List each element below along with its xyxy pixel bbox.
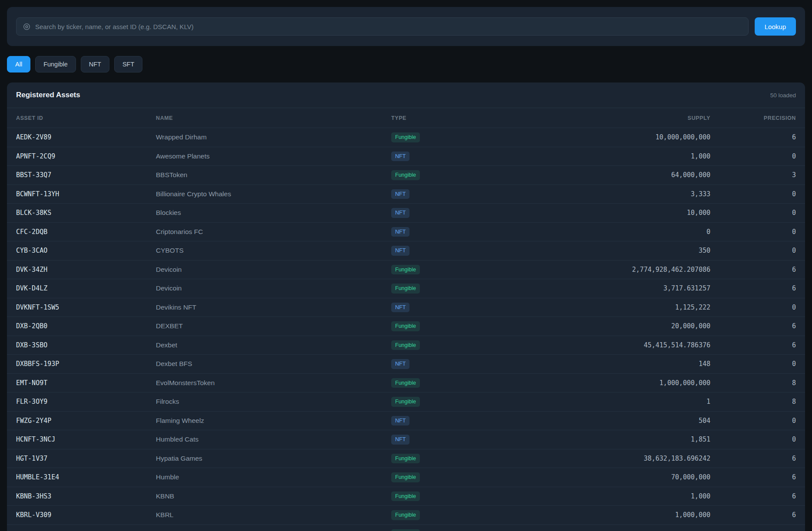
asset-precision-cell: 6 xyxy=(710,317,805,336)
table-row[interactable]: DVK-D4LZDevicoinFungible3,717.6312576 xyxy=(7,279,805,298)
table-row[interactable]: DXBBFS-193PDexbet BFSNFT1480 xyxy=(7,355,805,374)
table-row[interactable]: FLR-3OY9FilrocksFungible18 xyxy=(7,392,805,412)
asset-precision-cell: 6 xyxy=(710,336,805,355)
asset-type-cell: Fungible xyxy=(391,506,606,525)
asset-id-cell: KBRL-V309 xyxy=(7,506,156,525)
table-row[interactable]: HUMBLE-31E4HumbleFungible70,000,0006 xyxy=(7,468,805,487)
asset-precision-cell: 6 xyxy=(710,260,805,279)
asset-type-cell: Fungible xyxy=(391,279,606,298)
asset-id-cell: EMT-NO9T xyxy=(7,373,156,392)
asset-name-cell: Billionaire Crypto Whales xyxy=(156,185,391,204)
table-row[interactable]: HGT-1V37Hypatia GamesFungible38,632,183.… xyxy=(7,449,805,468)
type-badge: Fungible xyxy=(391,321,420,331)
asset-type-cell: Fungible xyxy=(391,524,606,531)
table-row[interactable]: KBRL-V309KBRLFungible1,000,0006 xyxy=(7,506,805,525)
table-row[interactable]: HCNFT-3NCJHumbled CatsNFT1,8510 xyxy=(7,430,805,449)
asset-type-cell: Fungible xyxy=(391,128,606,147)
table-row[interactable]: CYB-3CAOCYBOTSNFT3500 xyxy=(7,241,805,261)
filter-chip-nft[interactable]: NFT xyxy=(81,56,109,73)
asset-precision-cell: 0 xyxy=(710,147,805,166)
asset-supply-cell: 64,000,000 xyxy=(606,166,710,185)
asset-name-cell: Humbled Cats xyxy=(156,430,391,449)
panel-header: Registered Assets 50 loaded xyxy=(7,82,805,108)
type-badge: Fungible xyxy=(391,265,420,275)
table-row[interactable]: DXB-3SBODexbetFungible45,415,514.7863766 xyxy=(7,336,805,355)
asset-precision-cell: 8 xyxy=(710,373,805,392)
asset-id-cell: FWZG-2Y4P xyxy=(7,411,156,430)
type-badge: NFT xyxy=(391,227,409,237)
col-header-precision: PRECISION xyxy=(710,108,805,128)
table-row[interactable]: BCWNFT-13YHBillionaire Crypto WhalesNFT3… xyxy=(7,185,805,204)
asset-precision-cell: 0 xyxy=(710,298,805,317)
asset-name-cell: KBTC xyxy=(156,524,391,531)
asset-type-cell: NFT xyxy=(391,204,606,223)
asset-name-cell: CYBOTS xyxy=(156,241,391,261)
asset-id-cell: DVKNFT-1SW5 xyxy=(7,298,156,317)
asset-id-cell: BLCK-38KS xyxy=(7,204,156,223)
asset-type-cell: Fungible xyxy=(391,260,606,279)
asset-supply-cell: 20,000,000 xyxy=(606,317,710,336)
table-header-row: ASSET ID NAME TYPE SUPPLY PRECISION xyxy=(7,108,805,128)
asset-supply-cell: 350 xyxy=(606,241,710,261)
table-row[interactable]: CFC-2DQBCriptonarios FCNFT00 xyxy=(7,222,805,241)
asset-type-cell: Fungible xyxy=(391,373,606,392)
type-badge: NFT xyxy=(391,246,409,256)
table-row[interactable]: FWZG-2Y4PFlaming WheelzNFT5040 xyxy=(7,411,805,430)
asset-precision-cell: 6 xyxy=(710,506,805,525)
panel-title: Registered Assets xyxy=(16,91,80,99)
type-badge: NFT xyxy=(391,303,409,313)
asset-supply-cell: 1,000,000,000 xyxy=(606,373,710,392)
table-row[interactable]: EMT-NO9TEvolMonstersTokenFungible1,000,0… xyxy=(7,373,805,392)
asset-id-cell: HUMBLE-31E4 xyxy=(7,468,156,487)
type-badge: Fungible xyxy=(391,378,420,388)
loaded-count: 50 loaded xyxy=(770,92,796,99)
search-input[interactable] xyxy=(35,23,742,30)
table-row[interactable]: DXB-2QB0DEXBETFungible20,000,0006 xyxy=(7,317,805,336)
asset-name-cell: Criptonarios FC xyxy=(156,222,391,241)
asset-precision-cell: 6 xyxy=(710,487,805,506)
table-row[interactable]: DVK-34ZHDevicoinFungible2,774,928,462.20… xyxy=(7,260,805,279)
type-badge: Fungible xyxy=(391,397,420,407)
asset-id-cell: DXB-3SBO xyxy=(7,336,156,355)
filter-chip-all[interactable]: All xyxy=(7,56,30,73)
asset-precision-cell: 0 xyxy=(710,430,805,449)
table-row[interactable]: APNFT-2CQ9Awesome PlanetsNFT1,0000 xyxy=(7,147,805,166)
asset-name-cell: Humble xyxy=(156,468,391,487)
asset-id-cell: DVK-34ZH xyxy=(7,260,156,279)
type-badge: Fungible xyxy=(391,454,420,464)
asset-type-cell: NFT xyxy=(391,222,606,241)
type-badge: Fungible xyxy=(391,132,420,142)
col-header-type: TYPE xyxy=(391,108,606,128)
table-row[interactable]: AEDK-2V89Wrapped DirhamFungible10,000,00… xyxy=(7,128,805,147)
table-row[interactable]: BLCK-38KSBlockiesNFT10,0000 xyxy=(7,204,805,223)
target-icon xyxy=(23,23,30,30)
filter-chip-sft[interactable]: SFT xyxy=(114,56,142,73)
asset-supply-cell: 10,000 xyxy=(606,204,710,223)
asset-type-cell: Fungible xyxy=(391,468,606,487)
asset-supply-cell: 1,000 xyxy=(606,147,710,166)
asset-type-cell: Fungible xyxy=(391,336,606,355)
asset-name-cell: Blockies xyxy=(156,204,391,223)
lookup-button[interactable]: Lookup xyxy=(755,17,796,36)
type-badge: NFT xyxy=(391,359,409,369)
asset-precision-cell: 6 xyxy=(710,524,805,531)
asset-precision-cell: 0 xyxy=(710,411,805,430)
asset-name-cell: DEXBET xyxy=(156,317,391,336)
filter-chip-fungible[interactable]: Fungible xyxy=(35,56,76,73)
asset-precision-cell: 6 xyxy=(710,128,805,147)
type-badge: Fungible xyxy=(391,170,420,180)
search-input-wrap[interactable] xyxy=(16,17,749,36)
asset-supply-cell: 1 xyxy=(606,392,710,412)
col-header-supply: SUPPLY xyxy=(606,108,710,128)
filter-chips: AllFungibleNFTSFT xyxy=(7,56,805,73)
asset-supply-cell: 0 xyxy=(606,222,710,241)
asset-supply-cell: 1,125,222 xyxy=(606,298,710,317)
table-row[interactable]: KBTC-2539KBTCFungible1006 xyxy=(7,524,805,531)
asset-precision-cell: 0 xyxy=(710,355,805,374)
table-row[interactable]: BBST-33Q7BBSTokenFungible64,000,0003 xyxy=(7,166,805,185)
asset-id-cell: BCWNFT-13YH xyxy=(7,185,156,204)
table-row[interactable]: KBNB-3HS3KBNBFungible1,0006 xyxy=(7,487,805,506)
asset-type-cell: Fungible xyxy=(391,449,606,468)
table-row[interactable]: DVKNFT-1SW5Devikins NFTNFT1,125,2220 xyxy=(7,298,805,317)
registered-assets-panel: Registered Assets 50 loaded ASSET ID NAM… xyxy=(7,82,805,531)
